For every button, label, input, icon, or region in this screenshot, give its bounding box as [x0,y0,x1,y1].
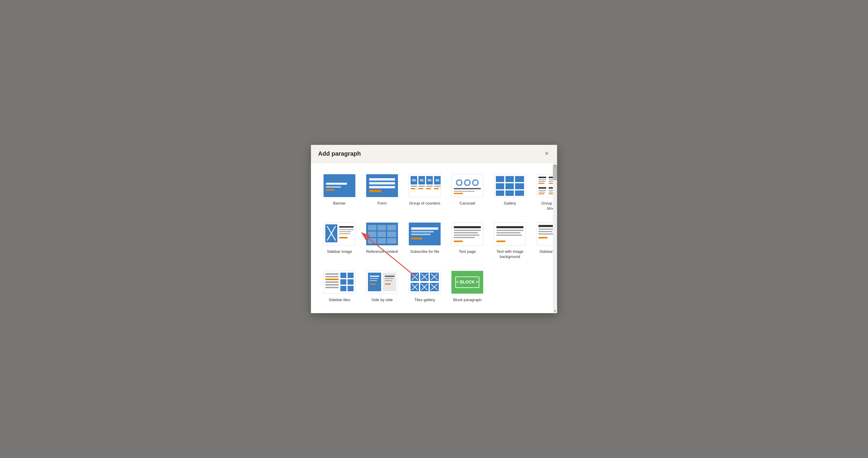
svg-rect-118 [326,273,339,275]
svg-rect-83 [387,225,396,230]
modal-overlay[interactable]: Add paragraph × [0,0,868,458]
paragraph-item-sidebar-tiles[interactable]: Sidebar tiles [320,268,359,305]
svg-rect-122 [326,284,339,286]
modal-scrollbar[interactable]: ▲ ▼ [553,163,557,314]
svg-rect-1 [326,183,347,185]
scrollbar-thumb[interactable] [553,165,557,180]
paragraph-item-reference-content[interactable]: Reference content [363,220,401,262]
modal-close-button[interactable]: × [544,150,550,157]
paragraph-item-subscribe-for-file[interactable]: Subscribe for file [406,220,444,262]
paragraph-item-text-page[interactable]: Text page [448,220,486,262]
paragraph-item-form[interactable]: Form [363,171,401,214]
svg-rect-128 [340,286,346,291]
svg-rect-40 [496,183,504,189]
svg-rect-125 [347,273,353,278]
sidebar-image-label: Sidebar image [327,249,352,254]
paragraph-item-sidebar-embed[interactable]: < /> Sidebar embed [534,220,553,262]
paragraph-item-group-of-text-blocks[interactable]: Group of text blocks [534,171,553,214]
paragraph-item-side-by-side[interactable]: Side by side [363,268,401,305]
svg-rect-123 [326,287,339,288]
svg-rect-91 [411,227,438,230]
svg-text:99: 99 [412,178,416,182]
svg-rect-54 [549,183,553,184]
svg-rect-106 [496,234,522,236]
svg-rect-62 [538,193,545,194]
svg-rect-51 [549,177,553,178]
svg-rect-101 [454,240,463,242]
banner-label: Banner [333,201,346,206]
text-page-icon [451,222,484,246]
svg-rect-99 [454,234,479,236]
scrollbar-up-arrow[interactable]: ▲ [553,163,557,167]
side-by-side-icon [366,270,399,294]
svg-rect-23 [418,188,423,189]
svg-rect-137 [385,275,394,277]
svg-rect-19 [418,186,425,187]
svg-rect-126 [340,279,346,285]
sidebar-tiles-label: Sidebar tiles [329,297,350,303]
scrollbar-down-arrow[interactable]: ▼ [553,309,557,313]
svg-rect-43 [496,191,504,196]
paragraph-item-sidebar-image[interactable]: Sidebar image [320,220,359,262]
paragraph-item-carousel[interactable]: Carousel [448,171,486,214]
svg-rect-107 [496,240,505,242]
subscribe-for-file-label: Subscribe for file [410,249,439,254]
svg-rect-41 [505,183,514,189]
svg-rect-78 [339,233,350,234]
paragraph-item-group-of-counters[interactable]: 99 66 99 66 [406,171,444,214]
svg-rect-86 [387,232,396,237]
svg-rect-132 [370,275,379,277]
svg-rect-133 [370,278,378,279]
svg-rect-84 [368,232,376,237]
svg-rect-35 [454,193,463,194]
svg-rect-7 [369,186,395,188]
paragraph-item-block-paragraph[interactable]: < BLOCK > Block paragraph [448,268,486,305]
svg-rect-131 [368,273,381,291]
svg-rect-100 [454,237,475,238]
sidebar-image-icon [323,222,356,246]
paragraph-item-tiles-gallery[interactable]: Tiles gallery [406,268,444,305]
block-paragraph-label: Block paragraph [453,297,482,303]
svg-rect-119 [326,276,339,277]
svg-rect-34 [454,191,475,192]
svg-rect-44 [505,191,514,196]
svg-text:99: 99 [428,178,431,182]
svg-rect-75 [339,226,353,228]
paragraph-item-text-with-image-background[interactable]: Text with image background [491,220,529,262]
svg-rect-37 [496,176,504,182]
gallery-icon [493,174,526,198]
svg-rect-96 [454,226,481,228]
reference-content-icon [366,222,399,246]
svg-rect-65 [549,192,553,193]
svg-rect-50 [538,183,545,184]
group-of-counters-label: Group of counters [409,201,440,206]
svg-rect-113 [538,237,548,238]
svg-rect-60 [538,190,546,191]
carousel-label: Carousel [460,201,475,206]
block-paragraph-icon: < BLOCK > [451,270,484,294]
paragraph-item-gallery[interactable]: Gallery [491,171,529,214]
svg-rect-4 [366,174,398,197]
svg-rect-82 [378,225,386,230]
svg-rect-98 [454,232,478,233]
svg-rect-22 [411,188,415,189]
svg-rect-61 [538,192,545,193]
svg-rect-24 [426,188,431,189]
svg-rect-112 [538,233,553,234]
tiles-gallery-icon [408,270,441,294]
svg-rect-2 [326,186,341,188]
svg-rect-140 [385,284,391,285]
sidebar-embed-label: Sidebar embed [539,249,553,254]
svg-rect-129 [347,286,353,291]
svg-rect-93 [411,234,431,235]
banner-icon [323,174,356,198]
svg-rect-105 [496,232,521,233]
paragraph-item-banner[interactable]: Banner [320,171,359,214]
svg-rect-85 [378,232,386,237]
text-with-image-background-label: Text with image background [493,249,526,259]
svg-rect-79 [339,237,347,238]
svg-rect-25 [434,188,439,189]
svg-rect-136 [383,273,396,291]
group-of-text-blocks-label: Group of text blocks [536,201,553,211]
svg-rect-21 [434,186,441,187]
